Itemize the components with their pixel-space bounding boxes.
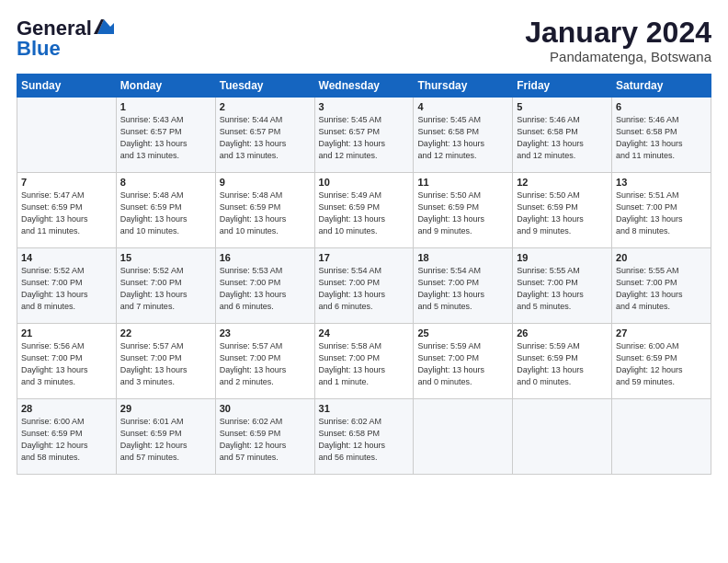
calendar-cell: 12Sunrise: 5:50 AMSunset: 6:59 PMDayligh… — [513, 173, 612, 248]
day-number: 1 — [120, 101, 211, 112]
day-number: 13 — [616, 177, 707, 188]
day-info: Sunrise: 5:46 AMSunset: 6:58 PMDaylight:… — [517, 114, 608, 162]
day-info: Sunrise: 5:59 AMSunset: 6:59 PMDaylight:… — [517, 340, 608, 388]
day-number: 24 — [319, 327, 410, 339]
day-number: 12 — [517, 177, 608, 188]
calendar-cell: 23Sunrise: 5:57 AMSunset: 7:00 PMDayligh… — [215, 324, 314, 399]
week-row-3: 14Sunrise: 5:52 AMSunset: 7:00 PMDayligh… — [17, 248, 711, 324]
weekday-header-friday: Friday — [513, 75, 612, 98]
week-row-2: 7Sunrise: 5:47 AMSunset: 6:59 PMDaylight… — [17, 173, 711, 248]
page: General Blue January 2024 Pandamatenga, … — [0, 0, 728, 486]
calendar-cell: 22Sunrise: 5:57 AMSunset: 7:00 PMDayligh… — [116, 324, 215, 399]
weekday-header-saturday: Saturday — [612, 75, 711, 98]
day-info: Sunrise: 6:00 AMSunset: 6:59 PMDaylight:… — [21, 416, 112, 464]
day-number: 11 — [417, 177, 508, 188]
calendar-cell — [17, 98, 117, 173]
calendar-cell: 25Sunrise: 5:59 AMSunset: 7:00 PMDayligh… — [414, 324, 513, 399]
day-info: Sunrise: 5:47 AMSunset: 6:59 PMDaylight:… — [21, 190, 112, 237]
day-number: 5 — [517, 101, 608, 112]
day-number: 17 — [319, 252, 410, 263]
day-info: Sunrise: 5:55 AMSunset: 7:00 PMDaylight:… — [517, 265, 608, 313]
day-number: 9 — [220, 177, 311, 188]
calendar-cell: 28Sunrise: 6:00 AMSunset: 6:59 PMDayligh… — [17, 399, 117, 475]
day-info: Sunrise: 5:50 AMSunset: 6:59 PMDaylight:… — [517, 190, 608, 237]
day-number: 16 — [220, 252, 311, 263]
calendar-table: SundayMondayTuesdayWednesdayThursdayFrid… — [17, 74, 711, 475]
day-number: 29 — [120, 403, 211, 414]
day-number: 31 — [319, 403, 410, 414]
day-info: Sunrise: 5:44 AMSunset: 6:57 PMDaylight:… — [220, 114, 311, 162]
calendar-cell: 13Sunrise: 5:51 AMSunset: 7:00 PMDayligh… — [612, 173, 711, 248]
day-number: 18 — [417, 252, 508, 263]
calendar-cell: 21Sunrise: 5:56 AMSunset: 7:00 PMDayligh… — [17, 324, 117, 399]
day-info: Sunrise: 5:58 AMSunset: 7:00 PMDaylight:… — [319, 340, 410, 388]
header: General Blue January 2024 Pandamatenga, … — [17, 17, 711, 64]
weekday-header-wednesday: Wednesday — [314, 75, 414, 98]
day-info: Sunrise: 6:02 AMSunset: 6:59 PMDaylight:… — [220, 416, 311, 464]
calendar-cell — [612, 399, 711, 475]
calendar-cell: 20Sunrise: 5:55 AMSunset: 7:00 PMDayligh… — [612, 248, 711, 324]
day-info: Sunrise: 5:53 AMSunset: 7:00 PMDaylight:… — [220, 265, 311, 313]
day-info: Sunrise: 5:50 AMSunset: 6:59 PMDaylight:… — [417, 190, 508, 237]
day-number: 8 — [120, 177, 211, 188]
calendar-cell: 6Sunrise: 5:46 AMSunset: 6:58 PMDaylight… — [612, 98, 711, 173]
calendar-cell: 5Sunrise: 5:46 AMSunset: 6:58 PMDaylight… — [513, 98, 612, 173]
logo-blue: Blue — [17, 37, 61, 61]
day-info: Sunrise: 5:48 AMSunset: 6:59 PMDaylight:… — [120, 190, 211, 237]
day-info: Sunrise: 5:55 AMSunset: 7:00 PMDaylight:… — [616, 265, 707, 313]
week-row-5: 28Sunrise: 6:00 AMSunset: 6:59 PMDayligh… — [17, 399, 711, 475]
calendar-cell: 26Sunrise: 5:59 AMSunset: 6:59 PMDayligh… — [513, 324, 612, 399]
day-info: Sunrise: 5:52 AMSunset: 7:00 PMDaylight:… — [120, 265, 211, 313]
location-subtitle: Pandamatenga, Botswana — [525, 49, 711, 64]
calendar-cell: 3Sunrise: 5:45 AMSunset: 6:57 PMDaylight… — [314, 98, 414, 173]
calendar-cell — [414, 399, 513, 475]
day-info: Sunrise: 6:01 AMSunset: 6:59 PMDaylight:… — [120, 416, 211, 464]
calendar-cell: 30Sunrise: 6:02 AMSunset: 6:59 PMDayligh… — [215, 399, 314, 475]
title-section: January 2024 Pandamatenga, Botswana — [525, 17, 711, 64]
day-info: Sunrise: 5:54 AMSunset: 7:00 PMDaylight:… — [319, 265, 410, 313]
calendar-cell: 15Sunrise: 5:52 AMSunset: 7:00 PMDayligh… — [116, 248, 215, 324]
calendar-cell: 18Sunrise: 5:54 AMSunset: 7:00 PMDayligh… — [414, 248, 513, 324]
weekday-header-row: SundayMondayTuesdayWednesdayThursdayFrid… — [17, 75, 711, 98]
calendar-cell: 2Sunrise: 5:44 AMSunset: 6:57 PMDaylight… — [215, 98, 314, 173]
day-info: Sunrise: 5:45 AMSunset: 6:58 PMDaylight:… — [417, 114, 508, 162]
day-info: Sunrise: 6:00 AMSunset: 6:59 PMDaylight:… — [616, 340, 707, 388]
day-info: Sunrise: 5:57 AMSunset: 7:00 PMDaylight:… — [120, 340, 211, 388]
day-info: Sunrise: 5:45 AMSunset: 6:57 PMDaylight:… — [319, 114, 410, 162]
day-number: 3 — [319, 101, 410, 112]
calendar-cell: 24Sunrise: 5:58 AMSunset: 7:00 PMDayligh… — [314, 324, 414, 399]
day-number: 10 — [319, 177, 410, 188]
day-info: Sunrise: 5:54 AMSunset: 7:00 PMDaylight:… — [417, 265, 508, 313]
calendar-cell: 11Sunrise: 5:50 AMSunset: 6:59 PMDayligh… — [414, 173, 513, 248]
calendar-cell: 8Sunrise: 5:48 AMSunset: 6:59 PMDaylight… — [116, 173, 215, 248]
weekday-header-monday: Monday — [116, 75, 215, 98]
day-number: 26 — [517, 327, 608, 339]
day-number: 7 — [21, 177, 112, 188]
day-number: 2 — [220, 101, 311, 112]
day-info: Sunrise: 5:57 AMSunset: 7:00 PMDaylight:… — [220, 340, 311, 388]
calendar-cell: 19Sunrise: 5:55 AMSunset: 7:00 PMDayligh… — [513, 248, 612, 324]
day-number: 19 — [517, 252, 608, 263]
day-number: 15 — [120, 252, 211, 263]
day-info: Sunrise: 5:46 AMSunset: 6:58 PMDaylight:… — [616, 114, 707, 162]
month-title: January 2024 — [525, 17, 711, 49]
weekday-header-thursday: Thursday — [414, 75, 513, 98]
day-number: 28 — [21, 403, 112, 414]
day-info: Sunrise: 5:49 AMSunset: 6:59 PMDaylight:… — [319, 190, 410, 237]
weekday-header-tuesday: Tuesday — [215, 75, 314, 98]
day-info: Sunrise: 6:02 AMSunset: 6:58 PMDaylight:… — [319, 416, 410, 464]
weekday-header-sunday: Sunday — [17, 75, 117, 98]
calendar-cell: 10Sunrise: 5:49 AMSunset: 6:59 PMDayligh… — [314, 173, 414, 248]
calendar-cell: 29Sunrise: 6:01 AMSunset: 6:59 PMDayligh… — [116, 399, 215, 475]
calendar-cell — [513, 399, 612, 475]
week-row-4: 21Sunrise: 5:56 AMSunset: 7:00 PMDayligh… — [17, 324, 711, 399]
day-info: Sunrise: 5:52 AMSunset: 7:00 PMDaylight:… — [21, 265, 112, 313]
calendar-cell: 14Sunrise: 5:52 AMSunset: 7:00 PMDayligh… — [17, 248, 117, 324]
day-info: Sunrise: 5:48 AMSunset: 6:59 PMDaylight:… — [220, 190, 311, 237]
day-info: Sunrise: 5:51 AMSunset: 7:00 PMDaylight:… — [616, 190, 707, 237]
calendar-cell: 9Sunrise: 5:48 AMSunset: 6:59 PMDaylight… — [215, 173, 314, 248]
day-number: 4 — [417, 101, 508, 112]
calendar-cell: 31Sunrise: 6:02 AMSunset: 6:58 PMDayligh… — [314, 399, 414, 475]
day-number: 27 — [616, 327, 707, 339]
calendar-cell: 7Sunrise: 5:47 AMSunset: 6:59 PMDaylight… — [17, 173, 117, 248]
